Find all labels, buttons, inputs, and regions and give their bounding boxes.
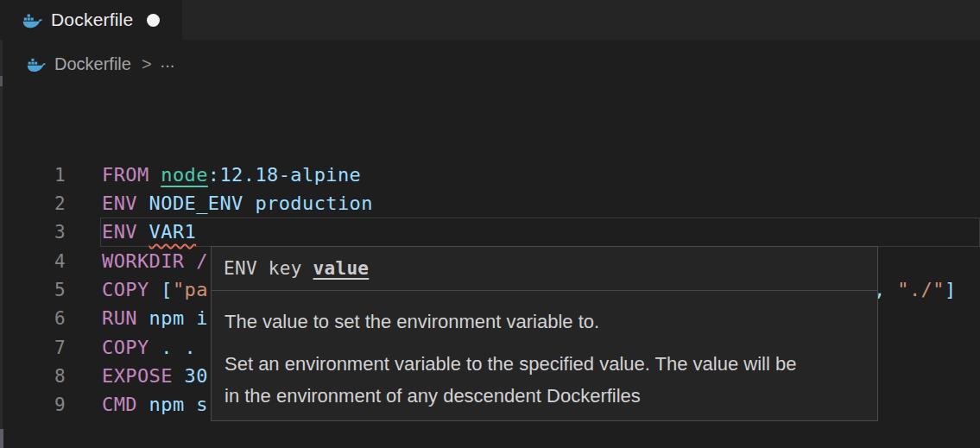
code-token: WORKDIR / (102, 250, 208, 272)
breadcrumb-file[interactable]: Dockerfile (54, 54, 131, 74)
code-text: RUN npm i (102, 304, 208, 333)
line-number[interactable]: 5 (0, 275, 66, 305)
window-left-edge (0, 40, 3, 448)
line-number[interactable]: 2 (0, 189, 66, 218)
chevron-right-icon: > (142, 54, 152, 74)
code-text: ENV VAR1 (102, 218, 196, 247)
signature-active-param: value (313, 258, 370, 279)
signature-text: ENV key (224, 258, 313, 279)
code-token: VAR1 (149, 221, 197, 243)
docker-icon (27, 56, 46, 73)
code-token: CMD (102, 394, 149, 415)
code-token: RUN (102, 307, 149, 329)
tab-label: Dockerfile (51, 9, 133, 30)
editor[interactable]: 1FROM node:12.18-alpine2ENV NODE_ENV pro… (0, 78, 980, 448)
code-token: npm i (149, 307, 208, 329)
code-token: ] (945, 279, 957, 300)
hover-description-short: The value to set the environment variabl… (224, 306, 805, 338)
docker-icon (22, 11, 42, 29)
line-number[interactable]: 9 (0, 390, 66, 420)
code-token: . . (161, 337, 196, 358)
code-text: COPY . . (102, 333, 196, 363)
line-number[interactable]: 3 (0, 218, 66, 247)
line-number[interactable]: 8 (0, 362, 66, 391)
scrollbar-fragment[interactable] (0, 429, 3, 448)
code-token: :12.18-alpine (208, 164, 361, 186)
code-text: ENV NODE_ENV production (102, 189, 373, 218)
breadcrumb: Dockerfile > ... (27, 50, 174, 78)
code-token: FROM (102, 164, 161, 186)
hover-signature: ENV key value (212, 247, 877, 291)
line-number[interactable]: 6 (0, 304, 66, 333)
code-token: 30 (185, 365, 208, 387)
window-left-edge-notch (0, 76, 3, 86)
code-text: COPY ["pa (102, 275, 208, 305)
hover-body: The value to set the environment variabl… (212, 291, 877, 412)
code-token: node (161, 164, 208, 186)
code-token: "./" (897, 279, 945, 300)
unsaved-changes-dot[interactable] (147, 14, 160, 27)
code-text: FROM node:12.18-alpine (102, 161, 361, 190)
code-token: COPY (102, 337, 161, 358)
code-line-1[interactable]: 1FROM node:12.18-alpine (0, 161, 980, 190)
code-token: ENV (102, 221, 149, 243)
code-token: ENV (102, 192, 149, 214)
line-number[interactable]: 1 (0, 161, 66, 190)
hover-tooltip: ENV key value The value to set the envir… (211, 246, 878, 421)
code-text: CMD npm s (102, 390, 208, 420)
line-number[interactable]: 7 (0, 333, 66, 363)
code-token: NODE_ENV production (149, 192, 373, 214)
code-text-after-tooltip: , "./"] (874, 275, 957, 305)
tab-bar: Dockerfile (0, 0, 980, 40)
code-token: EXPOSE (102, 365, 185, 387)
hover-description-long: Set an environment variable to the speci… (224, 348, 805, 412)
code-token: COPY (102, 279, 161, 300)
code-token: npm s (149, 394, 208, 415)
code-line-3[interactable]: 3ENV VAR1 (0, 218, 980, 247)
code-line-2[interactable]: 2ENV NODE_ENV production (0, 189, 980, 218)
code-token: [ (161, 279, 173, 300)
breadcrumb-symbol-picker[interactable]: ... (161, 52, 175, 72)
line-number[interactable]: 4 (0, 247, 66, 276)
code-text: WORKDIR / (102, 247, 208, 276)
code-token: "pa (173, 279, 208, 300)
tab-dockerfile[interactable]: Dockerfile (0, 0, 182, 40)
code-text: EXPOSE 30 (102, 362, 208, 391)
